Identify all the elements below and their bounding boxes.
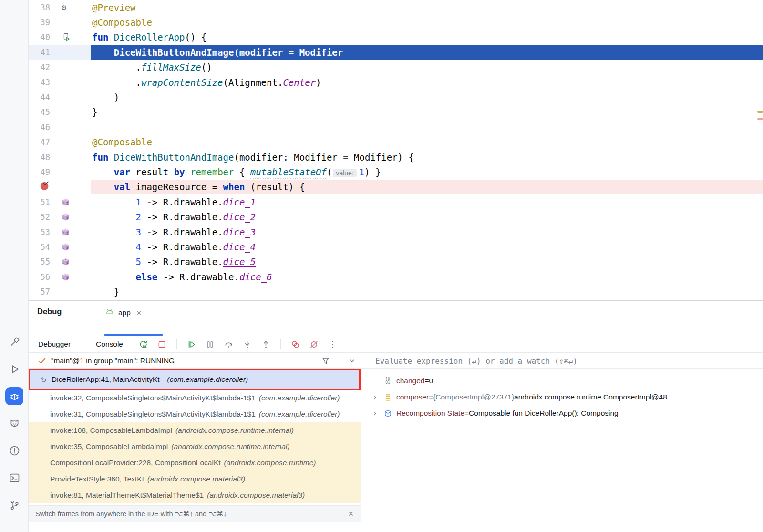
rerun-icon[interactable]: [138, 339, 148, 349]
sidebar-item-problems[interactable]: [5, 441, 23, 460]
step-into-icon[interactable]: [242, 339, 252, 349]
more-icon[interactable]: ⋮: [328, 339, 338, 349]
sidebar-item-build[interactable]: [5, 333, 23, 351]
stack-frame[interactable]: invoke:31, ComposableSingletons$MainActi…: [29, 406, 361, 422]
stack-frame[interactable]: invoke:32, ComposableSingletons$MainActi…: [29, 390, 361, 406]
line-number[interactable]: 45: [29, 107, 50, 117]
sidebar-item-version-control[interactable]: [5, 496, 23, 514]
variable-row[interactable]: 1001changed = 0: [361, 373, 763, 389]
code-line-49[interactable]: 49 var result by remember { mutableState…: [29, 164, 763, 179]
close-tab-icon[interactable]: ✕: [134, 309, 142, 317]
close-banner-icon[interactable]: ✕: [348, 510, 354, 518]
line-number[interactable]: 49: [29, 167, 50, 177]
stack-frame[interactable]: invoke:35, ComposableLambdaImpl(androidx…: [29, 439, 361, 455]
code-line-54[interactable]: 54 4 -> R.drawable.dice_4: [29, 239, 763, 254]
code-line-43[interactable]: 43 .wrapContentSize(Alignment.Center): [29, 75, 763, 90]
sidebar-item-terminal[interactable]: [5, 469, 23, 487]
dice-icon[interactable]: [50, 213, 91, 221]
code-line-48[interactable]: 48fun DiceWithButtonAndImage(modifier: M…: [29, 150, 763, 164]
sidebar-item-run[interactable]: [5, 360, 23, 378]
resume-icon[interactable]: [186, 339, 196, 349]
view-breakpoints-icon[interactable]: [290, 339, 300, 349]
variable-row[interactable]: Recomposition State = Composable fun Dic…: [361, 405, 763, 421]
dice-icon[interactable]: [50, 273, 91, 281]
stack-frame[interactable]: invoke:108, ComposableLambdaImpl(android…: [29, 422, 361, 439]
line-number[interactable]: 46: [29, 123, 50, 132]
line-number[interactable]: 57: [29, 287, 50, 297]
filter-icon[interactable]: [321, 356, 330, 366]
code-line-56[interactable]: 56 else -> R.drawable.dice_6: [29, 269, 763, 284]
line-number[interactable]: 38: [29, 3, 50, 12]
code-line-53[interactable]: 53 3 -> R.drawable.dice_3: [29, 225, 763, 239]
code-line-39[interactable]: 39@Composable: [29, 15, 763, 30]
line-number[interactable]: 39: [29, 18, 50, 27]
code-line-55[interactable]: 55 5 -> R.drawable.dice_5: [29, 255, 763, 269]
variable-reference: {ComposerImpl@27371}: [433, 393, 514, 401]
tab-debugger[interactable]: Debugger: [38, 340, 71, 348]
debug-session-tab[interactable]: app ✕: [105, 304, 142, 321]
line-number[interactable]: 53: [29, 227, 50, 237]
code-line-46[interactable]: 46: [29, 120, 763, 134]
step-over-icon[interactable]: [224, 339, 234, 349]
code-line-47[interactable]: 47@Composable: [29, 135, 763, 150]
frame-label: ProvideTextStyle:360, TextKt: [50, 475, 144, 483]
code-line-42[interactable]: 42 .fillMaxSize(): [29, 60, 763, 75]
dice-icon[interactable]: [50, 257, 91, 266]
dice-icon[interactable]: [50, 198, 91, 206]
code-line-40[interactable]: 40fun DiceRollerApp() {: [29, 30, 763, 45]
dice-icon[interactable]: [50, 243, 91, 251]
line-number[interactable]: 41: [29, 48, 50, 57]
stack-frame[interactable]: ProvideTextStyle:360, TextKt(androidx.co…: [29, 471, 361, 487]
frame-package: (androidx.compose.material3): [207, 491, 305, 500]
thread-selector[interactable]: "main"@1 in group "main": RUNNING: [29, 353, 361, 369]
code-line-41[interactable]: 41 DiceWithButtonAndImage(modifier = Mod…: [29, 45, 763, 60]
code-line-44[interactable]: 44 ): [29, 90, 763, 104]
mute-breakpoints-icon[interactable]: [309, 339, 319, 349]
code-line-50[interactable]: val imageResource = when (result) {: [29, 180, 763, 194]
evaluate-expression-input[interactable]: Evaluate expression (↵) or add a watch (…: [361, 353, 763, 369]
stop-icon[interactable]: [157, 339, 167, 349]
code-text: DiceWithButtonAndImage(modifier = Modifi…: [91, 47, 343, 58]
sidebar-item-logcat[interactable]: [5, 414, 23, 432]
line-number[interactable]: 56: [29, 272, 50, 282]
branch-icon: [9, 499, 21, 511]
variable-row[interactable]: composer = {ComposerImpl@27371} androidx…: [361, 389, 763, 405]
frame-package: (com.example.diceroller): [259, 394, 340, 402]
stack-frame[interactable]: CompositionLocalProvider:228, Compositio…: [29, 455, 361, 471]
line-number[interactable]: 51: [29, 197, 50, 207]
expand-chevron-icon[interactable]: [371, 410, 379, 417]
code-line-52[interactable]: 52 2 -> R.drawable.dice_2: [29, 209, 763, 224]
line-number[interactable]: 44: [29, 92, 50, 102]
code-line-38[interactable]: 38⚙@Preview: [29, 0, 763, 15]
evaluate-placeholder: Evaluate expression (↵) or add a watch (…: [375, 357, 577, 366]
code-line-45[interactable]: 45}: [29, 105, 763, 120]
line-number[interactable]: 55: [29, 257, 50, 266]
run-preview-icon[interactable]: [50, 32, 91, 42]
stack-frame-selected[interactable]: DiceRollerApp:41, MainActivityKt(com.exa…: [29, 369, 361, 390]
error-stripe-mark[interactable]: [757, 118, 763, 120]
expand-chevron-icon[interactable]: [371, 394, 379, 401]
stack-frame[interactable]: invoke:81, MaterialThemeKt$MaterialTheme…: [29, 487, 361, 503]
code-editor[interactable]: 38⚙@Preview39@Composable40fun DiceRoller…: [29, 0, 763, 300]
variable-value: androidx.compose.runtime.ComposerImpl@48: [514, 393, 667, 401]
step-out-icon[interactable]: [261, 339, 271, 349]
pause-icon[interactable]: [205, 339, 215, 349]
line-number[interactable]: 43: [29, 78, 50, 87]
line-number[interactable]: 42: [29, 62, 50, 72]
variables-panel: Evaluate expression (↵) or add a watch (…: [361, 353, 763, 532]
line-number[interactable]: 48: [29, 153, 50, 162]
line-number[interactable]: 47: [29, 137, 50, 147]
sidebar-item-debug[interactable]: [5, 387, 23, 405]
line-number[interactable]: 54: [29, 242, 50, 252]
object-icon: [383, 393, 392, 402]
gear-icon[interactable]: ⚙: [50, 3, 91, 11]
chevron-down-icon[interactable]: [347, 356, 357, 366]
line-number[interactable]: 40: [29, 32, 50, 42]
code-line-51[interactable]: 51 1 -> R.drawable.dice_1: [29, 194, 763, 209]
error-stripe-mark[interactable]: [757, 111, 763, 113]
line-number[interactable]: 52: [29, 212, 50, 222]
dice-icon[interactable]: [50, 228, 91, 236]
code-line-57[interactable]: 57 }: [29, 284, 763, 299]
tab-console[interactable]: Console: [96, 340, 123, 348]
breakpoint-icon[interactable]: [29, 181, 50, 193]
